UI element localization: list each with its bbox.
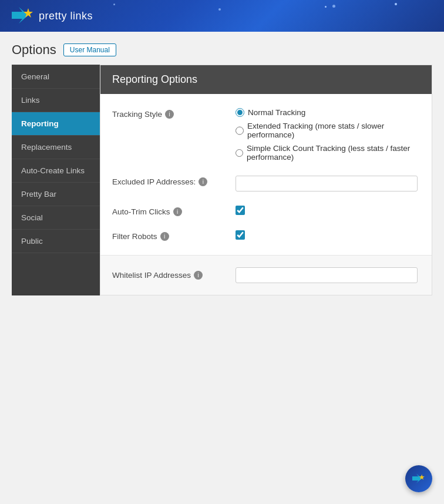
filter-robots-checkbox[interactable]: [236, 230, 245, 240]
radio-simple-input[interactable]: [236, 149, 243, 157]
excluded-ip-input[interactable]: [236, 176, 418, 191]
tracking-style-info-icon[interactable]: i: [165, 110, 174, 119]
svg-marker-2: [412, 473, 422, 483]
content-body: Tracking Style i Normal Tracking Extende…: [100, 94, 432, 295]
excluded-ip-info-icon[interactable]: i: [199, 177, 207, 186]
radio-normal-tracking[interactable]: Normal Tracking: [236, 108, 420, 117]
whitelist-ip-label: Whitelist IP Addresses i: [112, 271, 224, 280]
excluded-ip-row: Excluded IP Addresses: i: [112, 176, 420, 191]
whitelist-section: Whitelist IP Addresses i: [100, 255, 432, 295]
svg-marker-0: [12, 7, 28, 23]
fab-logo-icon: [412, 472, 425, 485]
tracking-style-row: Tracking Style i Normal Tracking Extende…: [112, 108, 420, 162]
content-area: Reporting Options Tracking Style i Norma…: [100, 65, 432, 295]
whitelist-ip-input[interactable]: [236, 267, 418, 283]
radio-normal-input[interactable]: [236, 108, 244, 117]
sidebar-item-replacements[interactable]: Replacements: [12, 136, 100, 159]
app-header: pretty links: [0, 0, 444, 32]
user-manual-button[interactable]: User Manual: [63, 43, 116, 56]
radio-extended-input[interactable]: [236, 126, 244, 135]
page-title-area: Options User Manual: [0, 32, 444, 65]
auto-trim-info-icon[interactable]: i: [173, 207, 182, 216]
content-heading: Reporting Options: [112, 73, 420, 86]
whitelist-ip-row: Whitelist IP Addresses i: [112, 267, 420, 283]
filter-robots-row: Filter Robots i: [112, 230, 420, 241]
radio-simple-tracking[interactable]: Simple Click Count Tracking (less stats …: [236, 144, 420, 162]
radio-extended-tracking[interactable]: Extended Tracking (more stats / slower p…: [236, 122, 420, 139]
tracking-style-options: Normal Tracking Extended Tracking (more …: [236, 108, 420, 162]
sidebar-item-social[interactable]: Social: [12, 206, 100, 230]
auto-trim-clicks-checkbox[interactable]: [236, 206, 245, 215]
sidebar-item-general[interactable]: General: [12, 65, 100, 89]
tracking-style-label: Tracking Style i: [112, 108, 224, 119]
filter-robots-label: Filter Robots i: [112, 230, 224, 241]
logo: pretty links: [12, 7, 93, 25]
filter-robots-info-icon[interactable]: i: [160, 232, 169, 241]
auto-trim-clicks-row: Auto-Trim Clicks i: [112, 206, 420, 216]
sidebar-item-auto-create-links[interactable]: Auto-Create Links: [12, 159, 100, 183]
excluded-ip-label: Excluded IP Addresses: i: [112, 176, 224, 186]
main-layout: General Links Reporting Replacements Aut…: [12, 65, 432, 295]
logo-icon: [12, 7, 34, 25]
auto-trim-clicks-label: Auto-Trim Clicks i: [112, 206, 224, 216]
sidebar-item-pretty-bar[interactable]: Pretty Bar: [12, 183, 100, 206]
page-title: Options: [12, 42, 56, 58]
sidebar: General Links Reporting Replacements Aut…: [12, 65, 100, 295]
sidebar-item-links[interactable]: Links: [12, 89, 100, 112]
content-header: Reporting Options: [100, 65, 432, 94]
whitelist-ip-info-icon[interactable]: i: [194, 271, 203, 280]
sidebar-item-reporting[interactable]: Reporting: [12, 112, 100, 136]
fab-button[interactable]: [405, 465, 432, 492]
logo-text: pretty links: [39, 10, 93, 22]
sidebar-item-public[interactable]: Public: [12, 230, 100, 253]
